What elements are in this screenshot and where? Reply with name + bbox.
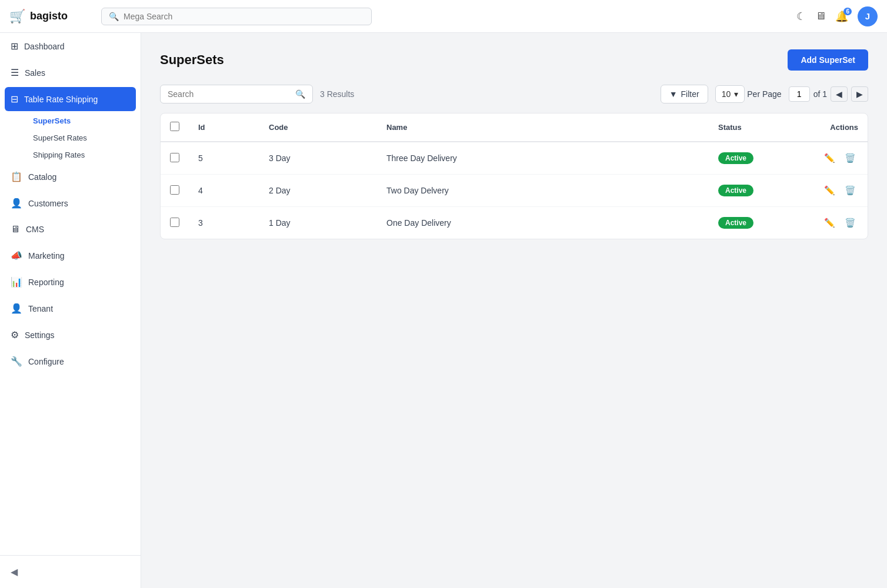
- sidebar-item-label: Table Rate Shipping: [24, 95, 98, 104]
- td-id-1: 4: [189, 175, 259, 207]
- filter-icon: ▼: [669, 89, 678, 99]
- search-box-icon: 🔍: [295, 89, 305, 99]
- add-superset-button[interactable]: Add SuperSet: [788, 49, 868, 71]
- td-checkbox-1[interactable]: [161, 175, 189, 207]
- sidebar-item-configure[interactable]: 🔧 Configure: [0, 348, 141, 375]
- td-id-2: 3: [189, 207, 259, 239]
- sidebar-item-table-rate-shipping[interactable]: ⊟ Table Rate Shipping: [5, 87, 136, 111]
- row-checkbox-1[interactable]: [170, 185, 179, 195]
- page-input[interactable]: [789, 86, 810, 102]
- delete-button-0[interactable]: 🗑️: [842, 151, 858, 166]
- th-actions: Actions: [797, 113, 868, 142]
- layout: ⊞ Dashboard ☰ Sales ⊟ Table Rate Shippin…: [0, 33, 887, 588]
- sidebar-sub-item-superset-rates[interactable]: SuperSet Rates: [26, 129, 141, 146]
- sidebar-item-customers[interactable]: 👤 Customers: [0, 190, 141, 216]
- table-row: 5 3 Day Three Day Delivery Active ✏️ 🗑️: [161, 142, 868, 175]
- catalog-icon: 📋: [11, 171, 22, 182]
- edit-button-2[interactable]: ✏️: [822, 215, 838, 230]
- sidebar-item-label: Sales: [25, 68, 45, 78]
- table-row: 4 2 Day Two Day Delvery Active ✏️ 🗑️: [161, 175, 868, 207]
- sidebar-item-label: Tenant: [28, 304, 53, 313]
- monitor-icon-button[interactable]: 🖥: [815, 10, 826, 22]
- th-name: Name: [377, 113, 709, 142]
- delete-button-1[interactable]: 🗑️: [842, 183, 858, 198]
- delete-button-2[interactable]: 🗑️: [842, 215, 858, 230]
- toolbar: 🔍 3 Results ▼ Filter 10 ▾ Per Page of: [160, 85, 868, 103]
- sidebar-item-reporting[interactable]: 📊 Reporting: [0, 269, 141, 295]
- td-code-0: 3 Day: [259, 142, 377, 175]
- th-checkbox: [161, 113, 189, 142]
- sidebar-item-label: Configure: [28, 357, 64, 366]
- sidebar-item-dashboard[interactable]: ⊞ Dashboard: [0, 33, 141, 59]
- logo-text: bagisto: [30, 10, 68, 22]
- sidebar-item-label: Customers: [28, 199, 68, 208]
- edit-button-0[interactable]: ✏️: [822, 151, 838, 166]
- status-badge-2: Active: [718, 217, 753, 229]
- td-name-1: Two Day Delvery: [377, 175, 709, 207]
- topbar: 🛒 bagisto 🔍 ☾ 🖥 🔔 6 J: [0, 0, 887, 33]
- td-checkbox-0[interactable]: [161, 142, 189, 175]
- search-icon: 🔍: [109, 12, 119, 21]
- settings-icon: ⚙: [11, 329, 19, 340]
- td-id-0: 5: [189, 142, 259, 175]
- sidebar-item-label: Catalog: [28, 172, 56, 182]
- page-header: SuperSets Add SuperSet: [160, 49, 868, 71]
- mega-search-input[interactable]: [124, 12, 364, 21]
- notification-button[interactable]: 🔔 6: [835, 10, 848, 23]
- per-page-select: 10 ▾ Per Page: [715, 85, 782, 103]
- sidebar-item-settings[interactable]: ⚙ Settings: [0, 322, 141, 348]
- reporting-icon: 📊: [11, 276, 22, 288]
- prev-page-button[interactable]: ◀: [831, 86, 848, 102]
- dashboard-icon: ⊞: [11, 41, 18, 52]
- td-code-1: 2 Day: [259, 175, 377, 207]
- sidebar: ⊞ Dashboard ☰ Sales ⊟ Table Rate Shippin…: [0, 33, 141, 588]
- logo[interactable]: 🛒 bagisto: [9, 9, 92, 24]
- sidebar-sub-item-shipping-rates[interactable]: Shipping Rates: [26, 146, 141, 163]
- tenant-icon: 👤: [11, 303, 22, 314]
- edit-button-1[interactable]: ✏️: [822, 183, 838, 198]
- td-status-1: Active: [709, 175, 797, 207]
- per-page-value[interactable]: 10 ▾: [715, 85, 745, 103]
- user-avatar[interactable]: J: [858, 6, 878, 26]
- sidebar-collapse-button[interactable]: ◀: [7, 563, 21, 581]
- sidebar-item-label: Settings: [25, 330, 55, 340]
- configure-icon: 🔧: [11, 356, 22, 367]
- page-of-label: of 1: [813, 89, 827, 99]
- supersets-table: Id Code Name Status Actions 5 3 Day Thre…: [160, 113, 868, 239]
- select-all-checkbox[interactable]: [170, 122, 179, 131]
- row-checkbox-2[interactable]: [170, 218, 179, 227]
- td-status-0: Active: [709, 142, 797, 175]
- th-status: Status: [709, 113, 797, 142]
- mega-search-box[interactable]: 🔍: [101, 8, 372, 25]
- table-header-row: Id Code Name Status Actions: [161, 113, 868, 142]
- main-content: SuperSets Add SuperSet 🔍 3 Results ▼ Fil…: [141, 33, 887, 588]
- sidebar-item-marketing[interactable]: 📣 Marketing: [0, 242, 141, 269]
- search-box[interactable]: 🔍: [160, 85, 313, 103]
- results-count: 3 Results: [320, 89, 354, 99]
- sidebar-item-label: Dashboard: [24, 42, 65, 51]
- next-page-button[interactable]: ▶: [851, 86, 868, 102]
- td-checkbox-2[interactable]: [161, 207, 189, 239]
- table-rate-icon: ⊟: [11, 93, 18, 105]
- sidebar-item-label: Reporting: [28, 278, 64, 287]
- pagination: of 1 ◀ ▶: [789, 86, 868, 102]
- page-title: SuperSets: [160, 52, 224, 68]
- row-checkbox-0[interactable]: [170, 153, 179, 162]
- per-page-number: 10: [722, 89, 731, 99]
- sidebar-item-sales[interactable]: ☰ Sales: [0, 59, 141, 86]
- sidebar-item-tenant[interactable]: 👤 Tenant: [0, 295, 141, 322]
- td-status-2: Active: [709, 207, 797, 239]
- per-page-label: Per Page: [747, 89, 781, 99]
- td-actions-0: ✏️ 🗑️: [797, 142, 868, 175]
- search-input[interactable]: [168, 89, 295, 99]
- sidebar-sub-item-supersets[interactable]: SuperSets: [26, 112, 141, 129]
- filter-button[interactable]: ▼ Filter: [661, 85, 708, 103]
- customers-icon: 👤: [11, 198, 22, 209]
- th-id: Id: [189, 113, 259, 142]
- sidebar-item-catalog[interactable]: 📋 Catalog: [0, 163, 141, 190]
- moon-icon-button[interactable]: ☾: [796, 10, 806, 23]
- sidebar-item-label: CMS: [26, 225, 44, 234]
- sales-icon: ☰: [11, 67, 19, 78]
- sidebar-item-label: Marketing: [28, 251, 64, 260]
- sidebar-item-cms[interactable]: 🖥 CMS: [0, 216, 141, 242]
